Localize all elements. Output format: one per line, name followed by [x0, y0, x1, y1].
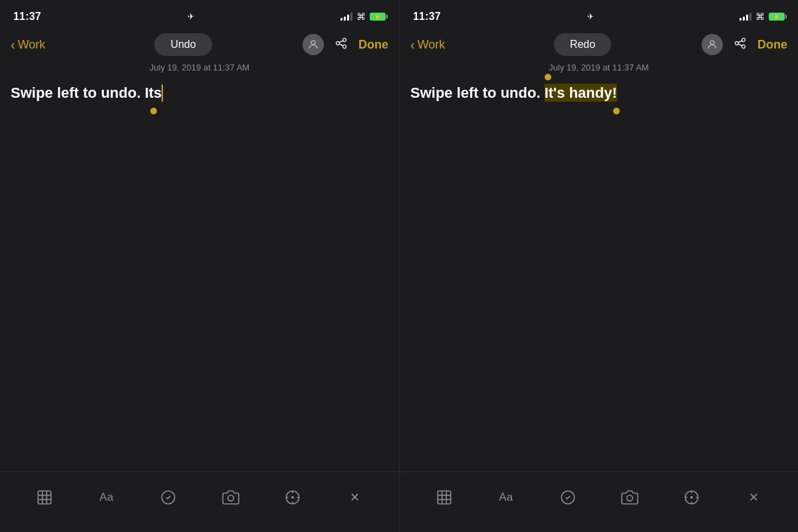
right-wifi-icon: ⌘: [755, 11, 765, 22]
right-phone-panel: 11:37 ✈ ⌘ ⚡ ‹ Wor: [399, 0, 798, 532]
svg-rect-15: [438, 491, 451, 504]
left-back-button[interactable]: ‹ Work: [11, 37, 64, 53]
left-checklist-button[interactable]: [154, 483, 183, 512]
right-note-text-before: Swipe left to undo.: [410, 84, 545, 101]
left-location-button[interactable]: [278, 483, 307, 512]
right-cursor-dot-bottom-right: [613, 108, 620, 114]
left-note-selected-container: Its: [145, 83, 162, 104]
left-cursor-line: [162, 84, 163, 102]
left-battery-icon: ⚡: [370, 13, 386, 21]
right-back-label: Work: [418, 38, 446, 52]
left-back-chevron-icon: ‹: [11, 37, 15, 53]
svg-point-0: [311, 41, 315, 45]
right-close-button[interactable]: ✕: [739, 483, 768, 512]
right-avatar[interactable]: [702, 34, 723, 55]
left-note-text-before: Swipe left to undo.: [11, 84, 145, 101]
left-wifi-icon: ⌘: [356, 11, 366, 22]
right-location-icon: [683, 489, 700, 506]
svg-rect-1: [38, 491, 51, 504]
svg-point-9: [292, 497, 293, 498]
left-location-arrow: ✈: [188, 12, 194, 21]
right-table-button[interactable]: [430, 483, 459, 512]
svg-point-21: [627, 495, 633, 501]
left-format-button[interactable]: Aa: [92, 483, 121, 512]
right-redo-button[interactable]: Redo: [554, 33, 611, 56]
right-camera-icon: [621, 489, 638, 506]
left-nav-bar: ‹ Work Undo Done: [0, 29, 399, 63]
left-nav-right: Done: [303, 34, 388, 55]
right-done-button[interactable]: Done: [757, 38, 787, 52]
left-cursor-dot: [150, 108, 157, 114]
right-bottom-toolbar: Aa ✕: [400, 471, 798, 532]
right-selected-wrapper: It's handy!: [545, 83, 617, 104]
left-phone-panel: 11:37 ✈ ⌘ ⚡ ‹ Wor: [0, 0, 399, 532]
svg-point-7: [227, 495, 233, 501]
right-share-button[interactable]: [733, 37, 747, 53]
right-location-arrow: ✈: [587, 12, 594, 21]
left-table-button[interactable]: [30, 483, 59, 512]
left-back-label: Work: [18, 38, 46, 52]
left-table-icon: [36, 489, 53, 506]
right-status-icons: ⌘ ⚡: [739, 11, 785, 22]
right-format-icon: Aa: [499, 491, 513, 504]
left-avatar[interactable]: [303, 34, 324, 55]
right-checklist-icon: [559, 489, 577, 506]
left-undo-button[interactable]: Undo: [154, 33, 211, 56]
right-status-bar: 11:37 ✈ ⌘ ⚡: [400, 0, 798, 29]
left-camera-button[interactable]: [216, 483, 245, 512]
left-done-button[interactable]: Done: [358, 38, 388, 52]
right-nav-right: Done: [702, 34, 787, 55]
left-location-icon: [284, 489, 301, 506]
right-nav-center: Redo: [464, 33, 702, 56]
left-signal-icon: [340, 13, 352, 21]
left-format-icon: Aa: [100, 491, 114, 504]
left-checklist-icon: [160, 489, 177, 506]
right-checklist-button[interactable]: [553, 483, 583, 512]
right-location-button[interactable]: [677, 483, 706, 512]
left-nav-center: Undo: [64, 33, 303, 56]
right-nav-bar: ‹ Work Redo Done: [400, 29, 798, 63]
right-camera-button[interactable]: [615, 483, 644, 512]
right-signal-icon: [739, 13, 751, 21]
left-status-bar: 11:37 ✈ ⌘ ⚡: [0, 0, 399, 29]
svg-point-23: [691, 497, 692, 498]
right-back-chevron-icon: ‹: [410, 37, 415, 53]
left-share-button[interactable]: [334, 37, 348, 53]
right-cursor-dot-top-left: [545, 74, 551, 80]
left-status-icons: ⌘ ⚡: [340, 11, 386, 22]
left-note-area: July 19, 2019 at 11:37 AM Swipe left to …: [0, 63, 399, 471]
left-note-text[interactable]: Swipe left to undo. Its: [11, 83, 388, 104]
left-close-button[interactable]: ✕: [340, 483, 369, 512]
left-note-selected-text: Its: [145, 84, 162, 101]
right-back-button[interactable]: ‹ Work: [410, 37, 464, 53]
right-note-text[interactable]: Swipe left to undo. It's handy!: [410, 83, 787, 104]
left-time: 11:37: [13, 11, 41, 23]
right-time: 11:37: [413, 11, 441, 23]
right-note-area: July 19, 2019 at 11:37 AM Swipe left to …: [400, 63, 798, 471]
left-bottom-toolbar: Aa ✕: [0, 471, 399, 532]
svg-point-14: [710, 41, 714, 45]
right-note-date: July 19, 2019 at 11:37 AM: [410, 63, 787, 72]
right-format-button[interactable]: Aa: [491, 483, 521, 512]
right-note-selected-text: It's handy!: [545, 84, 617, 102]
right-table-icon: [436, 489, 453, 506]
right-battery-icon: ⚡: [769, 13, 785, 21]
left-close-icon: ✕: [350, 490, 360, 505]
right-close-icon: ✕: [749, 490, 759, 505]
left-note-date: July 19, 2019 at 11:37 AM: [11, 63, 388, 72]
right-note-selected-container: It's handy!: [545, 84, 617, 101]
left-camera-icon: [222, 489, 239, 506]
